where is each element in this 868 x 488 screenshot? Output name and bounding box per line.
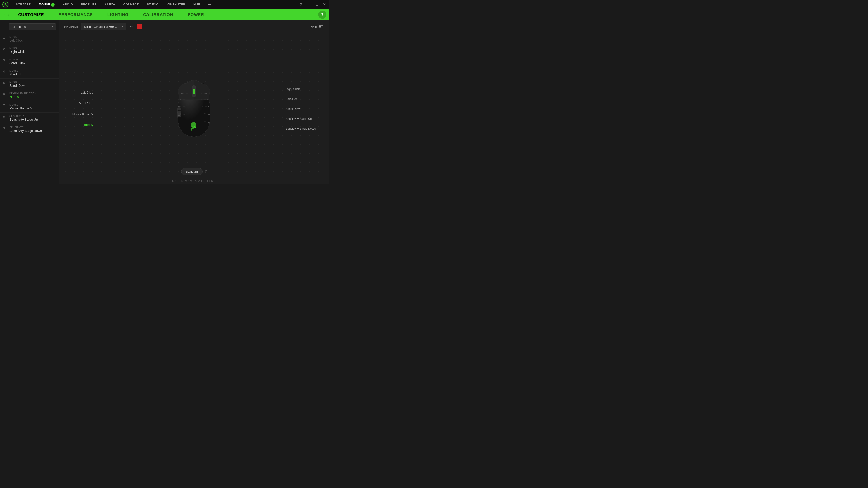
item-label: Left Click [9,39,23,42]
nav-item-connect[interactable]: CONNECT [119,0,143,9]
sidebar-item-4[interactable]: 4 MOUSE Scroll Up [0,67,59,78]
sidebar-item-6[interactable]: 6 KEYBOARD FUNCTION Num 5 [0,90,59,101]
sidebar-item-7[interactable]: 7 MOUSE Mouse Button 5 [0,101,59,112]
profile-label: PROFILE [64,25,79,28]
battery-percentage: 44% [311,25,317,29]
mouse-button-5-label: Mouse Button 5 [72,112,93,116]
sidebar-item-8[interactable]: 8 SENSITIVITY Sensitivity Stage Up [0,112,59,124]
scroll-click-label: Scroll Click [72,101,93,105]
item-label: Mouse Button 5 [9,106,32,110]
item-category: MOUSE [9,58,25,61]
sidebar-item-2[interactable]: 2 MOUSE Right Click [0,45,59,56]
sidebar: All Buttons ▼ 1 MOUSE Left Click 2 MOUSE… [0,20,59,184]
sidebar-header: All Buttons ▼ [0,20,59,33]
profile-more-button[interactable]: ··· [129,24,134,29]
profile-dropdown[interactable]: DESKTOP-SMSMPHH-... ▼ [81,23,126,30]
item-number: 9 [3,126,7,130]
device-name: RAZER MAMBA WIRELESS [172,180,216,183]
sidebar-item-9[interactable]: 9 SENSITIVITY Sensitivity Stage Down [0,124,59,135]
right-labels: Right Click Scroll Up Scroll Down Sensit… [283,33,315,184]
nav-forward-arrow[interactable]: › [7,12,11,17]
sensitivity-stage-down-label: Sensitivity Stage Down [285,127,315,130]
item-label: Scroll Up [9,72,22,76]
nav-item-synapse[interactable]: SYNAPSE [12,0,35,9]
nav-item-visualizer[interactable]: VISUALIZER [163,0,189,9]
nav-bar: SYNAPSEMOUSE2AUDIOPROFILESALEXACONNECTST… [12,0,298,9]
standard-button[interactable]: Standard [181,168,203,175]
svg-rect-8 [178,107,181,110]
dropdown-label: All Buttons [11,25,26,29]
right-click-label: Right Click [285,87,315,91]
item-label: Scroll Down [9,84,26,88]
nav-item-more[interactable]: ··· [204,0,215,9]
nav-item-alexa[interactable]: ALEXA [101,0,119,9]
svg-rect-9 [178,111,181,113]
item-category: KEYBOARD FUNCTION [9,92,36,95]
settings-icon[interactable]: ⚙ [298,2,304,6]
hamburger-menu[interactable] [3,26,7,28]
nav-item-audio[interactable]: AUDIO [59,0,77,9]
left-labels: Left Click Scroll Click Mouse Button 5 N… [72,33,95,184]
item-number: 6 [3,92,7,96]
item-label: Right Click [9,50,25,54]
scroll-up-label: Scroll Up [285,97,315,101]
item-label: Sensitivity Stage Up [9,118,38,121]
main-content: All Buttons ▼ 1 MOUSE Left Click 2 MOUSE… [0,20,329,184]
minimize-button[interactable]: — [306,2,312,6]
item-category: MOUSE [9,70,22,72]
sidebar-item-3[interactable]: 3 MOUSE Scroll Click [0,56,59,67]
scroll-down-label: Scroll Down [285,107,315,110]
battery-info: 44% [311,25,324,29]
subnav: ‹ › CUSTOMIZEPERFORMANCELIGHTINGCALIBRAT… [0,9,329,20]
subnav-tabs: CUSTOMIZEPERFORMANCELIGHTINGCALIBRATIONP… [11,9,211,20]
item-number: 8 [3,115,7,119]
subnav-tab-lighting[interactable]: LIGHTING [100,9,136,20]
mouse-svg: ⌁ [174,77,214,140]
svg-text:R: R [4,3,6,6]
battery-icon [319,25,324,28]
item-number: 7 [3,103,7,107]
help-button[interactable]: ? [318,11,327,19]
nav-item-profiles[interactable]: PROFILES [77,0,101,9]
sensitivity-stage-up-label: Sensitivity Stage Up [285,117,315,121]
item-number: 5 [3,81,7,85]
svg-rect-5 [319,26,321,27]
window-controls: ⚙ — ☐ ✕ [298,2,327,6]
dropdown-arrow: ▼ [51,26,53,28]
all-buttons-dropdown[interactable]: All Buttons ▼ [9,24,56,30]
nav-item-hue[interactable]: HUE [189,0,204,9]
subnav-tab-customize[interactable]: CUSTOMIZE [11,9,51,20]
left-click-label: Left Click [72,91,93,94]
item-category: MOUSE [9,103,32,106]
content-area: PROFILE DESKTOP-SMSMPHH-... ▼ ··· 44% [59,20,329,184]
titlebar: R SYNAPSEMOUSE2AUDIOPROFILESALEXACONNECT… [0,0,329,9]
nav-back-arrow[interactable]: ‹ [3,12,7,17]
svg-rect-7 [193,89,195,94]
item-label: Num 5 [9,95,36,99]
button-list: 1 MOUSE Left Click 2 MOUSE Right Click 3… [0,33,59,184]
item-category: MOUSE [9,47,25,50]
subnav-tab-calibration[interactable]: CALIBRATION [136,9,181,20]
close-button[interactable]: ✕ [322,2,327,6]
maximize-button[interactable]: ☐ [314,2,320,6]
item-number: 4 [3,70,7,73]
profile-name: DESKTOP-SMSMPHH-... [84,25,118,28]
standard-help-icon[interactable]: ? [205,170,207,174]
bottom-controls: Standard ? [181,168,207,175]
item-number: 3 [3,58,7,62]
svg-rect-4 [323,26,323,27]
item-number: 1 [3,36,7,39]
nav-item-studio[interactable]: STUDIO [143,0,163,9]
sidebar-item-5[interactable]: 5 MOUSE Scroll Down [0,78,59,90]
subnav-tab-performance[interactable]: PERFORMANCE [51,9,100,20]
profile-color-swatch[interactable] [137,24,143,29]
subnav-tab-power[interactable]: POWER [180,9,211,20]
item-number: 2 [3,47,7,51]
profile-dropdown-arrow: ▼ [121,25,123,28]
nav-item-mouse[interactable]: MOUSE2 [35,0,59,9]
item-category: MOUSE [9,81,26,84]
sidebar-item-1[interactable]: 1 MOUSE Left Click [0,33,59,45]
item-label: Sensitivity Stage Down [9,129,42,133]
profile-bar: PROFILE DESKTOP-SMSMPHH-... ▼ ··· 44% [59,20,329,33]
item-category: SENSITIVITY [9,126,42,129]
